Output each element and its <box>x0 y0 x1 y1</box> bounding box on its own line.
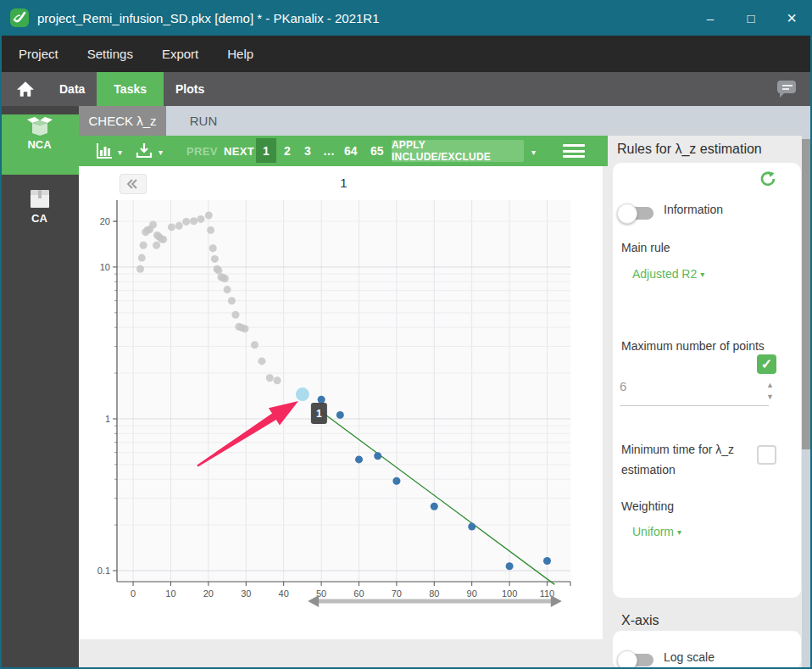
menu-project[interactable]: Project <box>19 47 58 61</box>
excluded-point[interactable] <box>228 297 236 304</box>
nav-bar: Data Tasks Plots <box>0 72 812 106</box>
max-points-input-underline <box>620 405 769 406</box>
reset-zoom-button[interactable] <box>120 174 147 194</box>
excluded-point[interactable] <box>159 236 167 243</box>
export-plot-icon[interactable] <box>136 142 153 159</box>
excluded-point[interactable] <box>190 217 197 225</box>
menu-help[interactable]: Help <box>227 47 253 61</box>
lambda-z-plot[interactable]: 0102030405060708090100110201010.111 <box>79 166 603 639</box>
menu-export[interactable]: Export <box>162 47 198 61</box>
excluded-point[interactable] <box>197 215 205 223</box>
excluded-point[interactable] <box>138 254 146 262</box>
closed-box-icon <box>28 188 52 210</box>
included-point[interactable] <box>355 455 363 463</box>
included-point[interactable] <box>506 562 514 570</box>
min-time-checkbox[interactable] <box>757 445 776 465</box>
menu-settings[interactable]: Settings <box>87 47 133 61</box>
excluded-point[interactable] <box>274 376 281 384</box>
excluded-point[interactable] <box>251 341 259 348</box>
window-title: project_Remi_infusion_SD.pkx [demo] * - … <box>37 11 380 25</box>
open-box-icon <box>27 114 53 137</box>
plot-menu-icon[interactable] <box>563 144 585 158</box>
excluded-point[interactable] <box>221 275 229 282</box>
tab-check-lambda-z[interactable]: CHECK λ_z <box>79 106 166 136</box>
max-points-input[interactable]: 6 <box>620 379 626 393</box>
excluded-point[interactable] <box>258 357 265 365</box>
excluded-point[interactable] <box>136 265 144 273</box>
pkanalix-logo-icon <box>10 8 29 27</box>
page-button-65[interactable]: 65 <box>370 144 384 158</box>
page-button-64[interactable]: 64 <box>344 144 358 158</box>
chart-panel: 0102030405060708090100110201010.111 <box>79 166 603 639</box>
title-bar: project_Remi_infusion_SD.pkx [demo] * - … <box>0 0 812 36</box>
included-point[interactable] <box>374 452 381 460</box>
nav-tab-tasks[interactable]: Tasks <box>97 72 164 106</box>
nav-tab-data[interactable]: Data <box>47 72 97 106</box>
page-button-3[interactable]: 3 <box>304 144 311 158</box>
included-point[interactable] <box>468 523 476 531</box>
included-point[interactable] <box>543 557 551 565</box>
excluded-point[interactable] <box>224 286 231 293</box>
excluded-point[interactable] <box>242 325 249 332</box>
x-tick-label: 0 <box>131 588 136 599</box>
pan-right-arrow-icon[interactable] <box>551 595 562 607</box>
tab-run[interactable]: RUN <box>166 106 241 136</box>
minimize-button[interactable]: – <box>690 0 731 36</box>
spinner-down-icon[interactable]: ▼ <box>766 393 774 401</box>
maximize-button[interactable]: □ <box>731 0 771 36</box>
prev-page-button[interactable]: PREV <box>186 145 218 158</box>
close-button[interactable]: × <box>771 0 812 36</box>
information-toggle-knob[interactable] <box>617 203 637 224</box>
excluded-point[interactable] <box>182 218 190 226</box>
next-page-button[interactable]: NEXT <box>224 145 254 158</box>
excluded-point[interactable] <box>205 212 213 220</box>
excluded-point[interactable] <box>207 226 214 234</box>
excluded-point[interactable] <box>211 255 219 263</box>
panel-scrollbar-thumb[interactable] <box>802 139 810 449</box>
menu-bar: Project Settings Export Help <box>0 36 812 72</box>
excluded-point[interactable] <box>149 221 157 229</box>
included-point[interactable] <box>318 396 325 404</box>
rules-panel-header: Rules for λ_z estimation <box>608 136 802 166</box>
spinner-up-icon[interactable]: ▲ <box>766 382 774 389</box>
excluded-point[interactable] <box>168 223 175 231</box>
sidebar-item-ca[interactable]: CA <box>0 188 79 225</box>
point-tooltip-label: 1 <box>316 408 322 420</box>
excluded-point[interactable] <box>153 242 160 249</box>
excluded-point[interactable] <box>214 266 222 274</box>
included-point[interactable] <box>336 411 344 419</box>
included-point[interactable] <box>431 503 438 510</box>
y-tick-label: 0.1 <box>97 566 110 576</box>
excluded-point[interactable] <box>231 311 239 319</box>
apply-caret-icon[interactable]: ▾ <box>531 148 536 157</box>
page-button-1[interactable]: 1 <box>256 138 276 163</box>
feedback-bubble-icon[interactable] <box>775 77 798 101</box>
excluded-point[interactable] <box>175 222 183 230</box>
home-icon[interactable] <box>15 81 36 98</box>
x-tick-label: 60 <box>353 588 364 599</box>
max-points-checkbox[interactable]: ✓ <box>757 354 776 374</box>
highlighted-point[interactable] <box>296 387 309 401</box>
weighting-dropdown[interactable]: Uniform ▾ <box>632 525 681 538</box>
page-button-2[interactable]: 2 <box>284 144 291 158</box>
min-time-label-line2: estimation <box>621 463 676 477</box>
included-point[interactable] <box>392 477 400 485</box>
x-tick-label: 100 <box>502 588 517 599</box>
plot-layout-icon[interactable] <box>96 142 113 159</box>
sidebar-item-nca[interactable]: NCA <box>0 114 79 175</box>
excluded-point[interactable] <box>140 242 147 249</box>
plot-layout-caret-icon[interactable]: ▾ <box>118 148 122 157</box>
log-scale-toggle-knob[interactable] <box>617 650 637 669</box>
apply-include-exclude-button[interactable]: APPLY INCLUDE/EXCLUDE <box>392 140 524 162</box>
pan-left-arrow-icon[interactable] <box>308 595 319 607</box>
chevron-down-icon: ▾ <box>677 527 681 537</box>
export-plot-caret-icon[interactable]: ▾ <box>159 148 163 157</box>
excluded-point[interactable] <box>209 244 217 252</box>
sidebar-item-label: CA <box>31 212 47 225</box>
nav-tab-plots[interactable]: Plots <box>164 72 216 106</box>
x-tick-label: 30 <box>241 588 251 599</box>
main-rule-dropdown[interactable]: Adjusted R2 ▾ <box>632 267 704 281</box>
excluded-point[interactable] <box>266 374 274 382</box>
plot-title: 1 <box>340 176 347 190</box>
reset-rules-icon[interactable] <box>759 170 777 188</box>
